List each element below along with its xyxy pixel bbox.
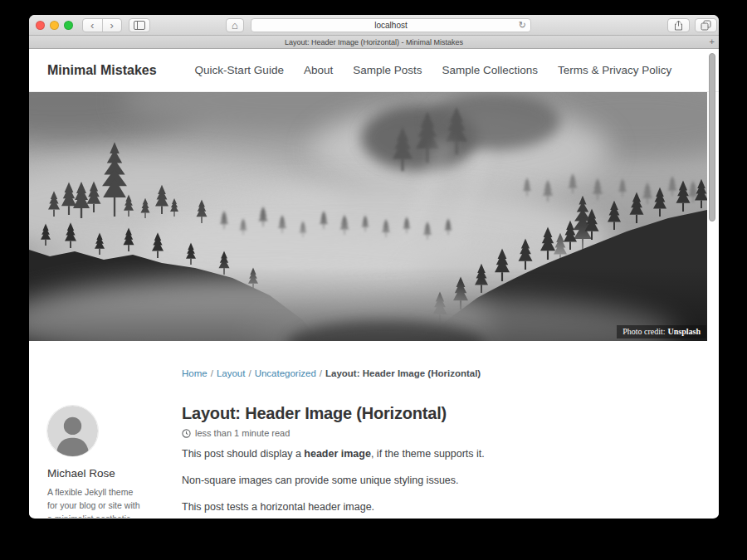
share-button[interactable] bbox=[667, 18, 690, 32]
back-button[interactable]: ‹ bbox=[83, 19, 102, 32]
site-masthead: Minimal Mistakes Quick-Start Guide About… bbox=[29, 49, 719, 92]
breadcrumb-separator: / bbox=[320, 368, 322, 378]
page-title: Layout: Header Image (Horizontal) bbox=[182, 404, 647, 423]
reload-icon: ↻ bbox=[519, 20, 526, 30]
close-window-button[interactable] bbox=[36, 21, 45, 30]
article-paragraph-2: Non-square images can provide some uniqu… bbox=[182, 473, 647, 489]
photo-credit: Photo credit:Unsplash bbox=[617, 325, 706, 338]
breadcrumb-current: Layout: Header Image (Horizontal) bbox=[325, 368, 481, 378]
tab-overview-button[interactable] bbox=[695, 18, 717, 32]
home-button[interactable]: ⌂ bbox=[226, 18, 244, 32]
clock-icon bbox=[182, 429, 191, 438]
forward-button[interactable]: › bbox=[102, 19, 122, 32]
desktop-background: ‹ › ⌂ localhost ↻ bbox=[0, 0, 747, 560]
sidebar-toggle-button[interactable] bbox=[129, 18, 150, 32]
sidebar-icon bbox=[134, 21, 145, 30]
breadcrumb: Home/Layout/Uncategorized/Layout: Header… bbox=[182, 368, 481, 378]
reload-button[interactable]: ↻ bbox=[519, 20, 526, 31]
paragraph-text: This post should display a bbox=[182, 448, 304, 460]
tab-overview-icon bbox=[701, 20, 711, 31]
history-nav-group: ‹ › bbox=[82, 18, 122, 32]
browser-toolbar: ‹ › ⌂ localhost ↻ bbox=[29, 15, 719, 36]
breadcrumb-link-uncategorized[interactable]: Uncategorized bbox=[255, 368, 316, 378]
header-image: Photo credit:Unsplash bbox=[29, 92, 707, 341]
paragraph-text: , if the theme supports it. bbox=[371, 448, 485, 460]
forward-icon: › bbox=[110, 20, 114, 31]
avatar bbox=[47, 406, 98, 456]
author-name: Michael Rose bbox=[47, 467, 172, 480]
article-paragraph-3: This post tests a horizontal header imag… bbox=[182, 499, 647, 515]
author-sidebar: Michael Rose A flexible Jekyll theme for… bbox=[47, 406, 172, 518]
back-icon: ‹ bbox=[90, 20, 94, 31]
safari-window: ‹ › ⌂ localhost ↻ bbox=[29, 15, 719, 519]
plus-icon: + bbox=[710, 37, 715, 46]
article: Layout: Header Image (Horizontal) less t… bbox=[182, 401, 647, 515]
tab-bar: Layout: Header Image (Horizontal) - Mini… bbox=[29, 36, 719, 49]
breadcrumb-separator: / bbox=[211, 368, 213, 378]
site-title-link[interactable]: Minimal Mistakes bbox=[47, 63, 157, 78]
paragraph-bold-text: header image bbox=[304, 448, 371, 460]
nav-link-sample-posts[interactable]: Sample Posts bbox=[353, 64, 422, 76]
zoom-window-button[interactable] bbox=[64, 21, 73, 30]
photo-credit-source: Unsplash bbox=[668, 327, 701, 336]
foggy-forest-illustration bbox=[29, 92, 707, 341]
breadcrumb-link-home[interactable]: Home bbox=[182, 368, 208, 378]
author-bio: A flexible Jekyll theme for your blog or… bbox=[47, 486, 142, 518]
nav-link-sample-collections[interactable]: Sample Collections bbox=[442, 64, 538, 76]
nav-link-about[interactable]: About bbox=[304, 64, 333, 76]
nav-link-terms[interactable]: Terms & Privacy Policy bbox=[558, 64, 671, 76]
page-viewport: Minimal Mistakes Quick-Start Guide About… bbox=[29, 49, 719, 518]
read-time-meta: less than 1 minute read bbox=[182, 428, 647, 438]
active-tab[interactable]: Layout: Header Image (Horizontal) - Mini… bbox=[285, 38, 463, 46]
share-icon bbox=[674, 20, 683, 31]
article-paragraph-1: This post should display a header image,… bbox=[182, 446, 647, 462]
scrollbar-thumb[interactable] bbox=[709, 53, 715, 222]
breadcrumb-separator: / bbox=[248, 368, 251, 378]
address-url-text: localhost bbox=[374, 21, 407, 30]
breadcrumb-link-layout[interactable]: Layout bbox=[217, 368, 246, 378]
read-time-text: less than 1 minute read bbox=[195, 428, 290, 438]
nav-link-quick-start[interactable]: Quick-Start Guide bbox=[195, 64, 284, 76]
photo-credit-label: Photo credit: bbox=[622, 327, 665, 336]
home-icon: ⌂ bbox=[232, 20, 238, 31]
minimize-window-button[interactable] bbox=[50, 21, 59, 30]
address-bar[interactable]: localhost ↻ bbox=[251, 18, 531, 32]
new-tab-button[interactable]: + bbox=[710, 37, 715, 46]
